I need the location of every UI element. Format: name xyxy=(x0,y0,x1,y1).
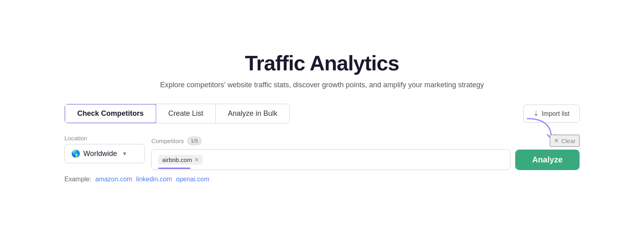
clear-button[interactable]: ✕ Clear xyxy=(550,135,580,147)
competitors-label-row: Competitors 1/5 ✕ Clear xyxy=(151,135,580,147)
page-container: Traffic Analytics Explore competitors' w… xyxy=(40,35,604,199)
fields-row: Location 🌎 Worldwide ▼ Competitors 1/5 ✕… xyxy=(64,135,580,170)
competitors-label: Competitors xyxy=(151,138,184,144)
tag-airbnb: airbnb.com ✕ xyxy=(158,155,203,165)
tabs-and-import-row: Check Competitors Create List Analyze in… xyxy=(64,104,580,123)
tag-close-icon[interactable]: ✕ xyxy=(194,157,199,162)
page-subtitle: Explore competitors' website traffic sta… xyxy=(160,81,484,89)
example-link-openai[interactable]: openai.com xyxy=(176,176,209,183)
competitors-input[interactable]: airbnb.com ✕ xyxy=(151,149,510,170)
location-value: Worldwide xyxy=(83,150,117,158)
tabs-container: Check Competitors Create List Analyze in… xyxy=(64,104,290,123)
tab-analyze-in-bulk[interactable]: Analyze in Bulk xyxy=(216,104,289,123)
tag-value: airbnb.com xyxy=(162,156,192,163)
page-title: Traffic Analytics xyxy=(245,51,399,75)
example-link-linkedin[interactable]: linkedin.com xyxy=(136,176,172,183)
location-dropdown[interactable]: 🌎 Worldwide ▼ xyxy=(64,144,145,163)
analyze-button[interactable]: Analyze xyxy=(515,150,580,170)
globe-icon: 🌎 xyxy=(71,149,80,158)
fields-outer: Location 🌎 Worldwide ▼ Competitors 1/5 ✕… xyxy=(64,135,580,183)
examples-row: Example: amazon.com linkedin.com openai.… xyxy=(64,176,580,183)
location-field-group: Location 🌎 Worldwide ▼ xyxy=(64,135,145,163)
chevron-down-icon: ▼ xyxy=(122,150,128,157)
competitors-field-group: Competitors 1/5 ✕ Clear airbnb.com ✕ xyxy=(151,135,580,170)
import-list-label: Import list xyxy=(542,110,570,117)
tab-check-competitors[interactable]: Check Competitors xyxy=(64,104,157,123)
clear-label: Clear xyxy=(561,138,576,144)
location-label: Location xyxy=(64,135,145,142)
tab-create-list[interactable]: Create List xyxy=(156,104,216,123)
import-icon: ⇣ xyxy=(533,110,539,117)
competitors-input-row: airbnb.com ✕ Analyze xyxy=(151,149,580,170)
close-icon: ✕ xyxy=(554,137,559,144)
competitors-badge: 1/5 xyxy=(187,137,202,145)
example-link-amazon[interactable]: amazon.com xyxy=(95,176,132,183)
example-label: Example: xyxy=(64,176,91,183)
import-list-button[interactable]: ⇣ Import list xyxy=(523,105,580,123)
